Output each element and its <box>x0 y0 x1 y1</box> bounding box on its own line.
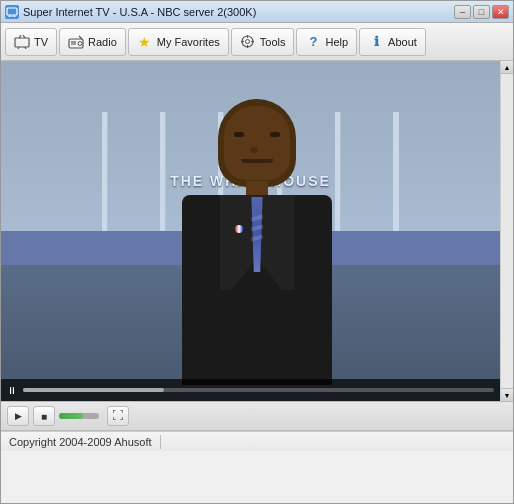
svg-rect-0 <box>7 8 17 15</box>
progress-fill <box>23 388 164 392</box>
scroll-down-button[interactable]: ▼ <box>501 388 513 401</box>
fullscreen-icon <box>113 410 123 422</box>
status-divider <box>160 435 161 449</box>
person-face <box>224 106 290 180</box>
about-icon: ℹ <box>368 34 384 50</box>
app-icon <box>5 5 19 19</box>
tv-icon <box>14 34 30 50</box>
person-figure <box>147 99 367 379</box>
column-1 <box>102 112 108 231</box>
about-button[interactable]: ℹ About <box>359 28 426 56</box>
window-title: Super Internet TV - U.S.A - NBC server 2… <box>23 6 256 18</box>
svg-rect-4 <box>15 38 29 47</box>
left-eye <box>234 132 244 137</box>
toolbar: TV Radio ★ My Favorites <box>1 23 513 61</box>
title-bar-left: Super Internet TV - U.S.A - NBC server 2… <box>5 5 256 19</box>
status-bar: Copyright 2004-2009 Ahusoft <box>1 431 513 451</box>
video-scene: THE WHITE HOUSE WASHINGTON <box>1 61 513 401</box>
tools-label: Tools <box>260 36 286 48</box>
restore-button[interactable]: □ <box>473 5 490 19</box>
mouth <box>241 159 274 163</box>
radio-label: Radio <box>88 36 117 48</box>
close-button[interactable]: ✕ <box>492 5 509 19</box>
window-controls: – □ ✕ <box>454 5 509 19</box>
flag-pin <box>235 225 243 233</box>
pause-overlay-icon[interactable]: ⏸ <box>7 385 17 396</box>
minimize-button[interactable]: – <box>454 5 471 19</box>
favorites-label: My Favorites <box>157 36 220 48</box>
about-label: About <box>388 36 417 48</box>
fullscreen-button[interactable] <box>107 406 129 426</box>
tools-button[interactable]: Tools <box>231 28 295 56</box>
help-button[interactable]: ? Help <box>296 28 357 56</box>
suit-body <box>182 195 332 385</box>
video-container: THE WHITE HOUSE WASHINGTON <box>1 61 513 431</box>
scrollbar: ▲ ▼ <box>500 61 513 401</box>
help-icon: ? <box>305 34 321 50</box>
copyright-text: Copyright 2004-2009 Ahusoft <box>9 436 152 448</box>
title-bar: Super Internet TV - U.S.A - NBC server 2… <box>1 1 513 23</box>
person-head <box>218 99 296 187</box>
tv-label: TV <box>34 36 48 48</box>
tv-button[interactable]: TV <box>5 28 57 56</box>
radio-button[interactable]: Radio <box>59 28 126 56</box>
volume-fill <box>59 413 83 419</box>
stop-button[interactable]: ■ <box>33 406 55 426</box>
svg-point-15 <box>246 40 250 44</box>
scroll-up-button[interactable]: ▲ <box>501 61 513 74</box>
play-button[interactable]: ▶ <box>7 406 29 426</box>
scroll-up-icon: ▲ <box>504 64 511 71</box>
tie-pattern <box>251 210 263 265</box>
nose <box>250 147 258 153</box>
right-eye <box>270 132 280 137</box>
tools-icon <box>240 34 256 50</box>
volume-slider[interactable] <box>59 413 99 419</box>
radio-icon <box>68 34 84 50</box>
favorites-button[interactable]: ★ My Favorites <box>128 28 229 56</box>
scroll-down-icon: ▼ <box>504 392 511 399</box>
star-icon: ★ <box>137 34 153 50</box>
svg-point-10 <box>78 41 82 45</box>
help-label: Help <box>325 36 348 48</box>
column-6 <box>393 112 399 231</box>
video-progress-bar[interactable] <box>23 388 494 392</box>
scroll-track[interactable] <box>501 74 513 388</box>
controls-bar: ▶ ■ <box>1 401 513 431</box>
video-overlay-bar: ⏸ <box>1 379 500 401</box>
